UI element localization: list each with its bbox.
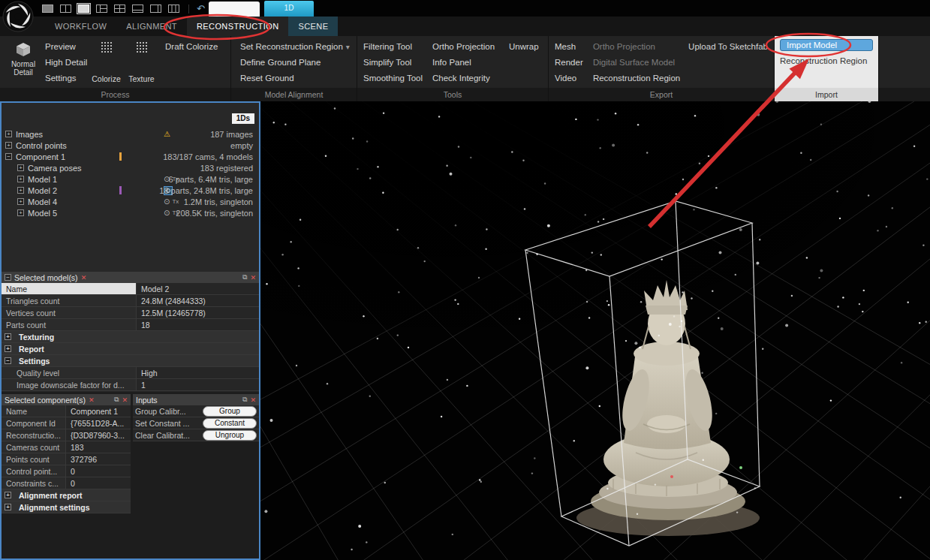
property-row-quality-level[interactable]: Quality level High [2, 367, 259, 379]
check-integrity-label: Check Integrity [432, 71, 490, 86]
ungroup-button[interactable]: Ungroup [203, 430, 257, 441]
define-ground-plane-button[interactable]: Define Ground Plane [240, 55, 350, 71]
property-row-vertices[interactable]: Vertices count 12.5M (12465778) [2, 307, 259, 319]
property-row[interactable]: Points count 372796 [2, 453, 131, 465]
import-reconstruction-region-button[interactable]: Reconstruction Region [780, 54, 873, 68]
expander-icon[interactable]: + [5, 345, 11, 352]
import-model-button[interactable]: Import Model [780, 39, 873, 51]
clear-selection-icon[interactable]: ✕ [89, 396, 95, 404]
expander-icon[interactable]: + [17, 209, 24, 216]
tab-reconstruction[interactable]: RECONSTRUCTION [187, 17, 289, 36]
info-panel-button[interactable]: Info Panel [432, 55, 509, 71]
colorize-button[interactable]: Colorize [89, 39, 124, 85]
tab-workflow[interactable]: WORKFLOW [45, 17, 116, 36]
export-dsm-button[interactable]: Digital Surface Model [593, 55, 688, 71]
tree-item-images[interactable]: + Images ⚠ 187 images [2, 128, 259, 140]
filtering-tool-button[interactable]: Filtering Tool [363, 39, 432, 55]
constant-button[interactable]: Constant [203, 418, 257, 429]
group-button[interactable]: Group [203, 406, 257, 417]
selected-component-panel-header[interactable]: Selected component(s) ✕ ⧉ ✕ [2, 394, 131, 405]
ortho-projection-tool-button[interactable]: Ortho Projection [432, 39, 509, 55]
popout-icon[interactable]: ⧉ [242, 396, 247, 404]
normal-detail-button[interactable]: Normal Detail [6, 39, 41, 85]
section-label: Alignment settings [19, 503, 90, 512]
layout-icon-three-columns[interactable] [167, 3, 181, 14]
export-ortho-projection-button[interactable]: Ortho Projection [593, 39, 688, 55]
property-row-parts[interactable]: Parts count 18 [2, 319, 259, 331]
property-row[interactable]: Cameras count 183 [2, 441, 131, 453]
expander-icon[interactable]: − [5, 153, 12, 160]
tree-item-model-5[interactable]: + Model 5 ⊙Tx 208.5K tris, singleton [2, 207, 259, 218]
texture-button[interactable]: Texture [124, 39, 159, 85]
view-tab-blank[interactable] [209, 2, 260, 17]
upload-to-sketchfab-button[interactable]: Upload To Sketchfab [688, 39, 768, 55]
expander-icon[interactable]: + [17, 176, 24, 182]
tree-item-model-1[interactable]: + Model 1 ⊙Tx 6 parts, 6.4M tris, large [2, 173, 259, 185]
tree-item-control-points[interactable]: + Control points empty [2, 140, 259, 151]
section-texturing[interactable]: + Texturing [2, 331, 259, 343]
layout-icon-active-pane[interactable] [77, 3, 91, 14]
layout-icon-two-pane[interactable] [59, 3, 73, 14]
property-row-name[interactable]: Name Model 2 [2, 283, 259, 295]
expander-icon[interactable]: + [5, 492, 11, 498]
export-video-button[interactable]: Video [555, 71, 593, 86]
section-report[interactable]: + Report [2, 343, 259, 355]
tree-item-component-1[interactable]: − Component 1 183/187 cams, 4 models [2, 151, 259, 162]
property-row[interactable]: Control point... 0 [2, 465, 131, 477]
expander-icon[interactable]: + [5, 131, 12, 137]
section-alignment-report[interactable]: + Alignment report [2, 489, 131, 501]
tree-item-camera-poses[interactable]: + Camera poses 183 registered [2, 162, 259, 173]
expander-icon[interactable]: + [17, 187, 24, 194]
expander-icon[interactable]: + [5, 333, 11, 340]
layout-icon-bottom-strip[interactable] [131, 3, 145, 14]
close-icon[interactable]: ✕ [250, 396, 256, 404]
property-row[interactable]: Constraints c... 0 [2, 477, 131, 489]
undo-icon[interactable]: ↶ [197, 4, 205, 14]
export-render-button[interactable]: Render [555, 55, 593, 71]
unwrap-button[interactable]: Unwrap [509, 39, 539, 55]
expander-icon[interactable]: + [5, 504, 11, 510]
close-icon[interactable]: ✕ [250, 274, 256, 282]
popout-icon[interactable]: ⧉ [242, 273, 247, 282]
draft-colorize-button[interactable]: Draft Colorize [165, 39, 218, 85]
property-row[interactable]: Reconstructio... {D3D87960-3... [2, 429, 131, 441]
expander-icon[interactable]: + [17, 198, 24, 205]
visibility-eye-icon[interactable]: ⊙ [164, 209, 170, 217]
viewport-3d[interactable] [260, 101, 930, 560]
tree-item-model-2[interactable]: + Model 2 18 parts, 24.8M tris, large [2, 185, 259, 196]
layout-icon-one-two[interactable] [95, 3, 109, 14]
property-row[interactable]: Name Component 1 [2, 405, 131, 417]
smoothing-tool-button[interactable]: Smoothing Tool [363, 71, 432, 86]
tab-scene[interactable]: SCENE [288, 17, 338, 36]
set-reconstruction-region-button[interactable]: Set Reconstruction Region ▾ [240, 39, 350, 55]
section-alignment-settings[interactable]: + Alignment settings [2, 501, 131, 513]
visibility-eye-icon[interactable]: ⊙ [164, 198, 170, 206]
simplify-tool-button[interactable]: Simplify Tool [363, 55, 432, 71]
layout-icon-four-grid[interactable] [113, 3, 127, 14]
view-tab-1d[interactable]: 1D [264, 1, 314, 17]
property-row[interactable]: Component Id {76551D28-A... [2, 417, 131, 429]
layout-icon-split-vertical[interactable] [149, 3, 163, 14]
property-row-downscale[interactable]: Image downscale factor for d... 1 [2, 379, 259, 391]
clear-selection-icon[interactable]: ✕ [81, 274, 87, 282]
expander-icon[interactable]: + [17, 164, 24, 171]
section-settings[interactable]: − Settings [2, 355, 259, 367]
selected-model-panel-header[interactable]: − Selected model(s) ✕ ⧉ ✕ [2, 272, 259, 283]
popout-icon[interactable]: ⧉ [114, 396, 119, 404]
settings-button[interactable]: Settings [45, 71, 89, 86]
high-detail-button[interactable]: High Detail [45, 55, 89, 71]
reset-ground-button[interactable]: Reset Ground [240, 71, 350, 86]
tab-alignment[interactable]: ALIGNMENT [116, 17, 187, 36]
expander-icon[interactable]: + [5, 142, 12, 149]
expander-icon[interactable]: − [5, 357, 11, 364]
close-icon[interactable]: ✕ [122, 396, 128, 404]
tree-item-model-4[interactable]: + Model 4 ⊙Tx 1.2M tris, singleton [2, 196, 259, 207]
inputs-panel-header[interactable]: Inputs ⧉ ✕ [133, 394, 259, 405]
layout-icon-single-filled[interactable] [41, 3, 55, 14]
preview-button[interactable]: Preview [45, 39, 89, 55]
check-integrity-button[interactable]: Check Integrity [432, 71, 509, 86]
property-row-triangles[interactable]: Triangles count 24.8M (24844333) [2, 295, 259, 307]
export-mesh-button[interactable]: Mesh [555, 39, 593, 55]
export-reconstruction-region-button[interactable]: Reconstruction Region [593, 71, 688, 86]
collapse-icon[interactable]: − [5, 274, 11, 281]
